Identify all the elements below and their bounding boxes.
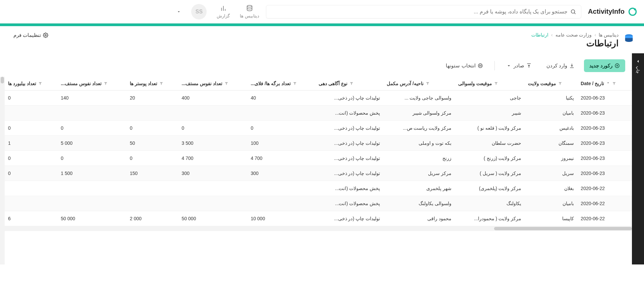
column-header-province[interactable]: موقیعت ولایت <box>525 77 577 90</box>
nav-databases[interactable]: دیتابیس ها <box>240 5 259 18</box>
global-search[interactable] <box>266 5 581 18</box>
cell-province: نیمروز <box>525 151 577 166</box>
cell-flyers: 0 <box>247 121 315 136</box>
cell-billboards: 0 <box>5 90 57 106</box>
vertical-scrollbar[interactable] <box>0 77 5 264</box>
column-label: تعداد نفوس مستف... <box>182 81 222 86</box>
cell-flyers: 300 <box>247 166 315 181</box>
cell-pop_posters: 0 <box>57 151 126 166</box>
filter-icon[interactable] <box>494 81 498 85</box>
nav-reports[interactable]: گزارش <box>217 5 230 18</box>
table-row[interactable]: 2020-06-23سمنگانحضرت سلطانبکه توت و اومل… <box>5 136 632 151</box>
filter-icon[interactable] <box>104 81 108 85</box>
nav-reports-label: گزارش <box>217 13 230 18</box>
export-icon <box>526 63 532 68</box>
main-content: رکورد جدید وارد کردن صادر انتخاب ستونها <box>0 53 632 264</box>
toolbar: رکورد جدید وارد کردن صادر انتخاب ستونها <box>0 53 632 77</box>
table-row[interactable]: 2020-06-23نیمروزمرکز ولایت (زرنج )زرنجتو… <box>5 151 632 166</box>
cell-flyers <box>247 181 315 196</box>
filter-icon[interactable] <box>224 81 228 85</box>
column-header-billboards[interactable]: تعداد بیلبورد ها <box>5 77 57 90</box>
cell-posters: 20 <box>126 90 178 106</box>
cell-address: شهر پلخمری <box>383 181 455 196</box>
export-button[interactable]: صادر <box>501 59 537 72</box>
import-button[interactable]: وارد کردن <box>541 59 580 72</box>
cell-address: ولسوالی یکاولنگ <box>383 196 455 211</box>
column-header-district[interactable]: موقیعت ولسوالی <box>455 77 525 90</box>
caret-down-icon[interactable] <box>176 9 181 14</box>
filter-icon[interactable] <box>426 81 430 85</box>
cell-province: سمنگان <box>525 136 577 151</box>
column-label: تعداد نفوس مستف... <box>61 81 101 86</box>
table-row[interactable]: 2020-06-23سریلمرکز ولایت ( سریل )مرکز سر… <box>5 166 632 181</box>
cell-pop_flyers <box>178 196 248 211</box>
column-header-flyers[interactable]: تعداد برگه ها/ فلای... <box>247 77 315 90</box>
table-row[interactable]: 2020-06-22بامیانیکاولنگولسوالی یکاولنگپخ… <box>5 196 632 211</box>
data-table: تاریخ / Dateموقیعت ولایتموقیعت ولسوالینا… <box>5 77 632 226</box>
breadcrumb-current: ارتباطات <box>531 32 548 38</box>
top-nav: دیتابیس ها گزارش SS <box>176 4 259 19</box>
cell-posters: 2 000 <box>126 211 178 226</box>
table-row[interactable]: 2020-06-23بادغیسمرکز ولایت ( قلعه نو )مر… <box>5 121 632 136</box>
filter-icon[interactable] <box>159 81 163 85</box>
cell-date: 2020-06-23 <box>577 106 632 121</box>
filter-icon[interactable] <box>558 81 562 85</box>
cell-awareness: پخش محصولات (انت... <box>315 196 383 211</box>
filter-icon[interactable] <box>350 81 354 85</box>
cell-province: بادغیس <box>525 121 577 136</box>
cell-awareness: تولیدات چاپ (در ذخی... <box>315 151 383 166</box>
import-icon <box>569 63 575 68</box>
cell-awareness: تولیدات چاپ (در ذخی... <box>315 136 383 151</box>
breadcrumb-db[interactable]: وزارت صحت عامه <box>555 32 592 38</box>
accent-bar <box>0 23 644 26</box>
column-header-pop_posters[interactable]: تعداد نفوس مستف... <box>57 77 126 90</box>
cell-awareness: پخش محصولات (انت... <box>315 181 383 196</box>
cell-billboards: 0 <box>5 151 57 166</box>
search-input[interactable] <box>271 9 568 15</box>
cell-billboards: 0 <box>5 121 57 136</box>
cell-pop_flyers: 300 <box>178 166 248 181</box>
svg-point-1 <box>634 8 636 10</box>
cell-posters <box>126 106 178 121</box>
cell-awareness: تولیدات چاپ (در ذخی... <box>315 90 383 106</box>
filter-icon[interactable] <box>293 81 297 85</box>
new-record-button[interactable]: رکورد جدید <box>584 59 625 72</box>
side-panel-toggle[interactable]: چاپ <box>632 53 644 264</box>
table-row[interactable]: 2020-06-23پکتیاجاجیولسوالی جاجی ولایت ..… <box>5 90 632 106</box>
filter-icon[interactable] <box>612 81 616 85</box>
table-row[interactable]: 2020-06-23بامیانشیبرمرکز ولسوالی شیبرپخش… <box>5 106 632 121</box>
table-row[interactable]: 2020-06-22کاپیسامرکز ولایت ( محمودرا...م… <box>5 211 632 226</box>
cell-flyers: 10 000 <box>247 211 315 226</box>
body: چاپ رکورد جدید وارد کردن صادر انتخاب ستو… <box>0 53 644 264</box>
horizontal-scrollbar[interactable] <box>5 226 632 231</box>
table-row[interactable]: 2020-06-22بغلانمرکز ولایت (پلخمری)شهر پل… <box>5 181 632 196</box>
cell-flyers <box>247 106 315 121</box>
cell-district: مرکز ولایت ( محمودرا... <box>455 211 525 226</box>
column-header-pop_flyers[interactable]: تعداد نفوس مستف... <box>178 77 248 90</box>
breadcrumb-root[interactable]: دیتابیس ها <box>599 32 619 38</box>
cell-district: یکاولنگ <box>455 196 525 211</box>
cell-province: سریل <box>525 166 577 181</box>
form-settings-label: تنظیمات فرم <box>13 32 41 38</box>
filter-icon[interactable] <box>38 81 42 85</box>
form-settings-button[interactable]: تنظیمات فرم <box>13 32 48 38</box>
brand[interactable]: ActivityInfo <box>588 7 637 16</box>
column-header-date[interactable]: تاریخ / Date <box>577 77 632 90</box>
app-header: ActivityInfo دیتابیس ها گزارش SS <box>0 0 644 23</box>
database-icon <box>246 5 253 12</box>
sort-asc-icon[interactable] <box>606 81 610 85</box>
brand-logo-icon <box>628 7 637 16</box>
cell-pop_flyers: 4 700 <box>178 151 248 166</box>
column-header-address[interactable]: ناحیه/ آدرس مکمل <box>383 77 455 90</box>
columns-icon <box>478 63 483 68</box>
search-icon <box>570 9 576 15</box>
cell-flyers: 100 <box>247 136 315 151</box>
cell-pop_flyers <box>178 106 248 121</box>
svg-point-4 <box>247 5 252 7</box>
column-header-posters[interactable]: تعداد پوستر ها <box>126 77 178 90</box>
select-columns-button[interactable]: انتخاب ستونها <box>440 59 488 72</box>
cell-date: 2020-06-22 <box>577 211 632 226</box>
user-avatar[interactable]: SS <box>191 4 207 19</box>
column-header-awareness[interactable]: نوع آگاهی دهی <box>315 77 383 90</box>
cell-posters: 150 <box>126 166 178 181</box>
